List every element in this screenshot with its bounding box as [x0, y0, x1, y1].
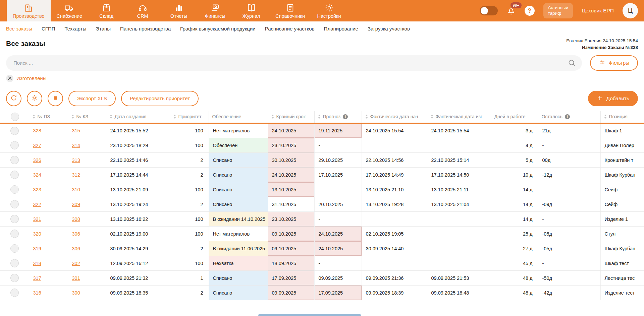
order-link[interactable]: 328 — [33, 128, 41, 133]
subnav-item-2[interactable]: Техкарты — [65, 26, 87, 31]
mode-toggle[interactable] — [480, 6, 498, 15]
order-link[interactable]: 322 — [33, 202, 41, 207]
select-all-circle[interactable] — [11, 113, 19, 121]
main-nav-tab-truck[interactable]: Снабжение — [51, 0, 89, 21]
main-nav-tab-gear[interactable]: Настройки — [311, 0, 347, 21]
sort-icon[interactable] — [71, 115, 74, 119]
sort-icon[interactable] — [271, 115, 274, 119]
column-header-deadline[interactable]: Крайний срок — [268, 111, 314, 123]
filter-chip-label[interactable]: Изготовлены — [16, 75, 47, 81]
order-link[interactable]: 316 — [33, 290, 41, 296]
sort-icon[interactable] — [365, 115, 368, 119]
column-header-priority[interactable]: Приоритет — [170, 111, 209, 123]
order-link[interactable]: 318 — [33, 261, 41, 266]
order-link[interactable]: 302 — [72, 261, 80, 266]
row-select-circle[interactable] — [10, 274, 19, 282]
info-icon[interactable]: i — [343, 114, 348, 119]
row-select-circle[interactable] — [10, 230, 19, 238]
column-header-created[interactable]: Дата создания — [106, 111, 170, 123]
sort-icon[interactable] — [173, 115, 176, 119]
cell-priority: 100 — [170, 212, 209, 227]
table-settings-button[interactable] — [27, 91, 42, 106]
subnav-item-1[interactable]: СГПП — [42, 26, 55, 31]
order-link[interactable]: 321 — [33, 216, 41, 222]
order-link[interactable]: 314 — [72, 143, 80, 148]
column-header-fact_end[interactable]: Фактическая дата изг — [427, 111, 491, 123]
main-nav-tab-factory[interactable]: Производство — [7, 0, 51, 21]
main-nav-tab-catalog[interactable]: Справочники — [269, 0, 311, 21]
row-select-circle[interactable] — [10, 244, 19, 253]
order-link[interactable]: 320 — [33, 231, 41, 237]
cell-select — [0, 168, 29, 182]
row-select-circle[interactable] — [10, 171, 19, 179]
order-link[interactable]: 317 — [33, 275, 41, 281]
search-input[interactable] — [6, 55, 582, 71]
sort-icon[interactable] — [318, 115, 321, 119]
sort-icon[interactable] — [33, 115, 35, 119]
sort-icon[interactable] — [110, 115, 112, 119]
subnav-item-0[interactable]: Все заказы — [6, 26, 32, 31]
order-link[interactable]: 312 — [72, 172, 80, 178]
column-header-days[interactable]: Дней в работе — [491, 111, 538, 123]
help-button[interactable]: ? — [525, 6, 535, 16]
row-select-circle[interactable] — [10, 289, 19, 297]
catalog-icon — [286, 3, 295, 12]
order-link[interactable]: 315 — [72, 128, 80, 133]
subnav-item-8[interactable]: Загрузка участков — [368, 26, 410, 31]
row-select-circle[interactable] — [10, 141, 19, 149]
column-header-forecast[interactable]: Прогнозi — [314, 111, 362, 123]
subnav-item-3[interactable]: Этапы — [96, 26, 111, 31]
order-link[interactable]: 323 — [33, 187, 41, 192]
main-nav-tab-cash[interactable]: Финансы — [197, 0, 233, 21]
row-select-circle[interactable] — [10, 259, 19, 267]
order-link[interactable]: 308 — [72, 216, 80, 222]
main-nav-tab-headset[interactable]: CRM — [124, 0, 161, 21]
main-nav-tab-bar-chart[interactable]: Отчеты — [161, 0, 197, 21]
row-select-circle[interactable] — [10, 215, 19, 223]
add-button[interactable]: Добавить — [588, 91, 638, 106]
cell-fact_end — [427, 212, 491, 227]
column-header-position[interactable]: Позиция — [600, 111, 644, 123]
refresh-button[interactable] — [6, 91, 21, 106]
order-link[interactable]: 324 — [33, 172, 41, 178]
subnav-item-7[interactable]: Планирование — [324, 26, 358, 31]
column-header-fact_start[interactable]: Фактическая дата нач — [362, 111, 427, 123]
main-nav-tab-book[interactable]: Журнал — [233, 0, 269, 21]
row-select-circle[interactable] — [10, 185, 19, 194]
horizontal-scrollbar-thumb[interactable] — [258, 314, 361, 316]
cell-fact_start: 13.10.2025 19:28 — [362, 197, 427, 212]
main-nav-tab-package[interactable]: Склад — [88, 0, 124, 21]
cell-left: -42д — [538, 286, 600, 300]
column-header-left[interactable]: Осталосьi — [538, 111, 600, 123]
order-link[interactable]: 326 — [33, 157, 41, 163]
row-select-circle[interactable] — [10, 200, 19, 208]
subnav-item-5[interactable]: График выпускаемой продукции — [180, 26, 256, 31]
sort-icon[interactable] — [431, 115, 433, 119]
order-link[interactable]: 327 — [33, 143, 41, 148]
order-link[interactable]: 319 — [33, 246, 41, 251]
user-avatar[interactable]: Ц — [623, 3, 638, 18]
filters-button[interactable]: Фильтры — [590, 55, 638, 71]
columns-menu-button[interactable] — [48, 91, 63, 106]
column-header-kz[interactable]: № КЗ — [68, 111, 106, 123]
order-link[interactable]: 310 — [72, 187, 80, 192]
row-select-circle[interactable] — [10, 127, 19, 135]
sort-icon[interactable] — [604, 115, 607, 119]
column-header-supply[interactable]: Обеспечение — [209, 111, 268, 123]
info-icon[interactable]: i — [565, 114, 570, 119]
subnav-item-4[interactable]: Панель производства — [120, 26, 171, 31]
remove-filter-button[interactable] — [6, 75, 13, 82]
column-header-pz[interactable]: № ПЗ — [29, 111, 68, 123]
order-link[interactable]: 313 — [72, 157, 80, 163]
active-tariff-button[interactable]: Активный тариф — [543, 3, 573, 18]
row-select-circle[interactable] — [10, 156, 19, 164]
order-link[interactable]: 306 — [72, 231, 80, 237]
export-xls-button[interactable]: Экспорт XLS — [68, 91, 116, 106]
order-link[interactable]: 300 — [72, 290, 80, 296]
subnav-item-6[interactable]: Расписание участков — [265, 26, 315, 31]
order-link[interactable]: 309 — [72, 202, 80, 207]
notifications-button[interactable]: 99+ — [506, 6, 516, 15]
order-link[interactable]: 306 — [72, 246, 80, 251]
order-link[interactable]: 301 — [72, 275, 80, 281]
edit-priority-button[interactable]: Редактировать приоритет — [121, 91, 199, 106]
